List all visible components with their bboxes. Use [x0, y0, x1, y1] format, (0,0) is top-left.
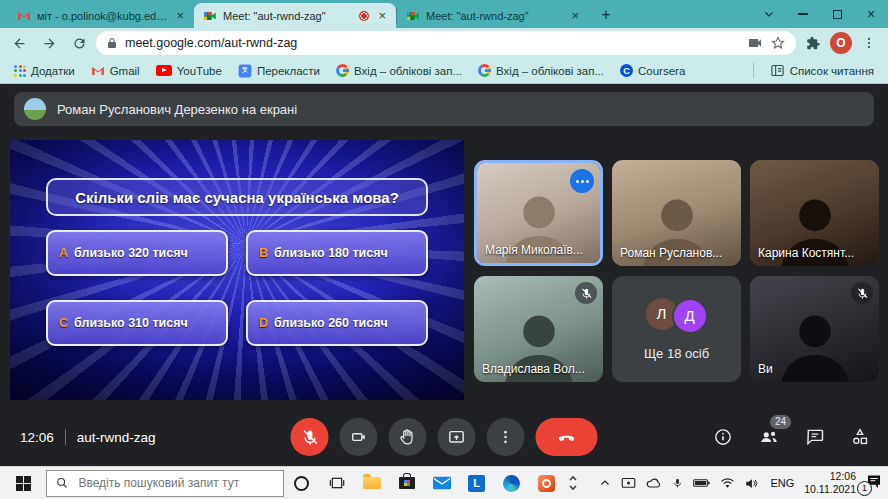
task-view-button[interactable] [319, 467, 354, 499]
mail-button[interactable] [424, 467, 459, 499]
bookmark-label: Вхід – облікові зап... [496, 65, 604, 77]
overflow-participants-tile[interactable]: Л Д Ще 18 осіб [612, 276, 741, 382]
participant-name: Карина Костянт... [758, 246, 854, 260]
tab-meet-second[interactable]: Meet: "aut-rwnd-zag" × [397, 3, 589, 28]
taskbar-search-box[interactable] [46, 470, 284, 497]
end-call-button[interactable] [536, 418, 598, 456]
tray-expand-chevron-icon[interactable] [599, 477, 611, 489]
meeting-details-button[interactable] [713, 427, 733, 447]
meet-main: Роман Русланович Дерезенко на екрані Скі… [0, 84, 888, 466]
profile-avatar[interactable]: O [830, 32, 852, 54]
bookmarks-bar: Додатки Gmail YouTube Перекласти Вхід – … [0, 58, 888, 84]
bookmark-coursera[interactable]: C Coursera [614, 62, 691, 79]
meet-icon [406, 9, 420, 23]
taskbar-date: 10.11.2021 [804, 483, 856, 496]
reload-button[interactable] [66, 30, 92, 56]
new-tab-button[interactable]: + [593, 4, 619, 26]
folder-icon [363, 477, 381, 489]
bookmark-youtube[interactable]: YouTube [150, 63, 228, 79]
window-maximize-button[interactable] [820, 0, 854, 28]
participant-tile-karina[interactable]: Карина Костянт... [750, 160, 879, 266]
start-button[interactable] [0, 467, 46, 499]
browser-tab-bar: міт - o.polinok@kubg.edu.ua - П × Meet: … [0, 0, 888, 28]
gmail-icon [91, 64, 105, 78]
camera-permission-icon[interactable] [747, 35, 763, 51]
bookmark-google-signin-2[interactable]: Вхід – облікові зап... [472, 62, 610, 79]
file-explorer-button[interactable] [354, 467, 389, 499]
browser-toolbar: meet.google.com/aut-rwnd-zag O [0, 28, 888, 58]
address-bar[interactable]: meet.google.com/aut-rwnd-zag [96, 31, 796, 55]
l-app-icon: L [468, 475, 485, 492]
raise-hand-button[interactable] [389, 418, 427, 456]
bookmark-gmail[interactable]: Gmail [85, 62, 146, 80]
meeting-clock: 12:06 [20, 430, 54, 445]
microsoft-store-button[interactable] [389, 467, 424, 499]
bookmark-label: Перекласти [257, 65, 320, 77]
answer-letter: B [259, 246, 268, 260]
back-button[interactable] [6, 30, 32, 56]
meeting-info: 12:06 aut-rwnd-zag [20, 429, 156, 445]
bookmark-google-signin-1[interactable]: Вхід – облікові зап... [330, 62, 468, 79]
answer-letter: D [259, 316, 268, 330]
battery-icon[interactable] [693, 477, 710, 489]
office-button[interactable] [529, 467, 564, 499]
cortana-button[interactable] [284, 467, 319, 499]
taskbar-scroll-arrows[interactable] [564, 467, 582, 499]
mic-toggle-button-muted[interactable] [291, 418, 329, 456]
quiz-answer-c: C близько 310 тисяч [46, 300, 228, 346]
bookmark-apps[interactable]: Додатки [8, 63, 81, 79]
search-icon [56, 476, 68, 490]
scroll-arrows-icon [568, 473, 578, 493]
l-app-button[interactable]: L [459, 467, 494, 499]
participants-button[interactable]: 24 [758, 426, 780, 448]
participant-tile-vladyslava[interactable]: Владислава Вол... [474, 276, 603, 382]
window-close-button[interactable]: × [854, 0, 888, 28]
wifi-icon[interactable] [720, 477, 735, 489]
reading-list-icon [770, 63, 785, 78]
tab-meet-active[interactable]: Meet: "aut-rwnd-zag" × [194, 3, 396, 28]
lock-icon [106, 37, 118, 49]
more-options-button[interactable] [487, 418, 525, 456]
recording-indicator-icon [359, 11, 369, 21]
microphone-in-use-icon[interactable] [672, 476, 683, 490]
answer-text: близько 260 тисяч [274, 316, 388, 330]
extensions-icon[interactable] [800, 30, 826, 56]
tab-close-icon[interactable]: × [173, 8, 187, 23]
forward-button[interactable] [36, 30, 62, 56]
bookmark-star-icon[interactable] [770, 35, 786, 51]
participant-tile-you[interactable]: Ви [750, 276, 879, 382]
bookmark-label: Вхід – облікові зап... [354, 65, 462, 77]
display-device-icon[interactable] [621, 477, 636, 490]
taskbar-clock[interactable]: 12:06 10.11.2021 [804, 470, 856, 496]
participant-name: Ви [758, 362, 773, 376]
language-indicator[interactable]: ENG [770, 477, 794, 489]
quiz-question: Скільки слів має сучасна українська мова… [46, 178, 428, 216]
edge-button[interactable] [494, 467, 529, 499]
people-icon [758, 426, 780, 448]
window-menu-chevron-icon[interactable] [752, 0, 786, 28]
participant-tile-maria[interactable]: Марія Миколаїв... [474, 160, 603, 266]
taskbar-search-input[interactable] [76, 475, 274, 491]
window-minimize-button[interactable] [786, 0, 820, 28]
chat-button[interactable] [805, 427, 825, 447]
participant-name: Роман Русланов... [620, 246, 722, 260]
onedrive-cloud-icon[interactable] [646, 477, 662, 489]
meet-control-bar: 12:06 aut-rwnd-zag [0, 408, 888, 466]
bookmark-label: Gmail [110, 65, 140, 77]
action-center-button[interactable]: 1 [866, 474, 882, 493]
activities-button[interactable] [850, 427, 870, 447]
participant-tile-roman[interactable]: Роман Русланов... [612, 160, 741, 266]
speaker-icon[interactable] [745, 477, 760, 490]
present-screen-button[interactable] [438, 418, 476, 456]
tab-gmail[interactable]: міт - o.polinok@kubg.edu.ua - П × [8, 3, 194, 28]
browser-menu-kebab-icon[interactable] [856, 30, 882, 56]
desktop-screen: міт - o.polinok@kubg.edu.ua - П × Meet: … [0, 0, 888, 499]
meet-icon [203, 9, 217, 23]
tab-close-icon[interactable]: × [568, 8, 582, 23]
meeting-code: aut-rwnd-zag [77, 430, 156, 445]
tile-more-options-button[interactable] [570, 169, 594, 193]
camera-toggle-button[interactable] [340, 418, 378, 456]
reading-list-button[interactable]: Список читання [764, 61, 880, 80]
bookmark-translate[interactable]: Перекласти [232, 62, 326, 80]
tab-close-icon[interactable]: × [375, 8, 389, 23]
